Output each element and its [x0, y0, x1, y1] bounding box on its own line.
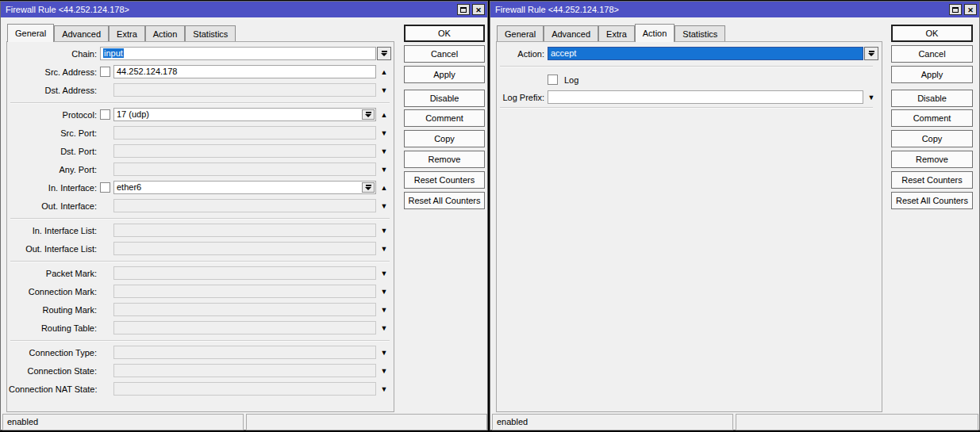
- dst-port-expand-icon[interactable]: [376, 144, 392, 158]
- in-interface-list-label: In. Interface List:: [9, 226, 100, 235]
- connection-nat-state-label: Connection NAT State:: [9, 384, 100, 394]
- reset-all-counters-button[interactable]: Reset All Counters: [891, 192, 973, 209]
- chain-input[interactable]: input: [100, 47, 376, 60]
- close-button[interactable]: [964, 4, 977, 15]
- out-interface-input[interactable]: [113, 199, 376, 212]
- tab-action[interactable]: Action: [145, 25, 186, 41]
- routing-mark-expand-icon[interactable]: [376, 303, 392, 316]
- routing-table-input[interactable]: [113, 321, 376, 335]
- apply-button[interactable]: Apply: [891, 66, 973, 83]
- field-row-in-interface: In. Interface: ether6: [9, 181, 392, 194]
- in-interface-collapse-icon[interactable]: [376, 181, 392, 194]
- action-dropdown-button[interactable]: [864, 47, 878, 60]
- dropdown-icon: [381, 51, 387, 56]
- remove-button[interactable]: Remove: [404, 151, 485, 168]
- comment-button[interactable]: Comment: [891, 109, 973, 127]
- out-interface-expand-icon[interactable]: [376, 199, 392, 212]
- connection-nat-state-expand-icon[interactable]: [376, 382, 392, 396]
- connection-state-label: Connection State:: [9, 366, 100, 376]
- src-address-checkbox[interactable]: [100, 67, 110, 77]
- protocol-checkbox[interactable]: [100, 109, 110, 120]
- tab-extra[interactable]: Extra: [598, 25, 635, 41]
- src-port-label: Src. Port:: [9, 128, 100, 138]
- titlebar[interactable]: Firewall Rule <44.252.124.178>: [1, 2, 487, 17]
- cancel-button[interactable]: Cancel: [404, 45, 485, 63]
- dst-port-label: Dst. Port:: [9, 147, 100, 156]
- dst-address-input[interactable]: [113, 83, 376, 97]
- comment-button[interactable]: Comment: [404, 109, 485, 127]
- maximize-icon: [952, 7, 959, 13]
- connection-nat-state-input[interactable]: [113, 382, 376, 396]
- tab-statistics[interactable]: Statistics: [674, 25, 725, 41]
- ok-button[interactable]: OK: [404, 25, 485, 42]
- action-value: accept: [551, 48, 576, 58]
- remove-button[interactable]: Remove: [891, 151, 973, 168]
- src-port-input[interactable]: [113, 126, 376, 140]
- tab-statistics[interactable]: Statistics: [185, 25, 236, 41]
- disable-button[interactable]: Disable: [891, 90, 973, 107]
- disable-button[interactable]: Disable: [404, 90, 485, 107]
- field-row-routing-table: Routing Table:: [9, 321, 392, 335]
- screenshot-root: { "colors": { "titlebar": "#4d51c4", "se…: [0, 0, 980, 432]
- apply-button[interactable]: Apply: [404, 66, 485, 83]
- dst-address-expand-icon[interactable]: [376, 83, 392, 97]
- tab-general[interactable]: General: [497, 25, 544, 41]
- reset-all-counters-button[interactable]: Reset All Counters: [404, 192, 485, 209]
- any-port-expand-icon[interactable]: [376, 162, 392, 176]
- protocol-value: 17 (udp): [117, 109, 149, 119]
- packet-mark-input[interactable]: [113, 266, 376, 280]
- close-button[interactable]: [472, 4, 485, 15]
- status-bar-state: enabled: [2, 414, 244, 430]
- ok-button[interactable]: OK: [891, 25, 973, 42]
- action-input[interactable]: accept: [548, 47, 863, 60]
- connection-mark-input[interactable]: [113, 285, 376, 298]
- reset-counters-button[interactable]: Reset Counters: [891, 171, 973, 189]
- protocol-collapse-icon[interactable]: [376, 108, 392, 121]
- src-address-collapse-icon[interactable]: [376, 65, 392, 78]
- titlebar[interactable]: Firewall Rule <44.252.124.178>: [490, 2, 979, 17]
- tab-extra[interactable]: Extra: [109, 25, 145, 41]
- log-checkbox[interactable]: [548, 75, 558, 85]
- packet-mark-label: Packet Mark:: [9, 269, 100, 278]
- tab-advanced[interactable]: Advanced: [54, 25, 109, 41]
- field-row-connection-nat-state: Connection NAT State:: [9, 382, 392, 396]
- reset-counters-button[interactable]: Reset Counters: [404, 171, 485, 189]
- connection-mark-expand-icon[interactable]: [376, 285, 392, 298]
- out-interface-list-input[interactable]: [113, 242, 376, 255]
- in-interface-checkbox[interactable]: [100, 182, 110, 193]
- copy-button[interactable]: Copy: [404, 130, 485, 147]
- src-address-input[interactable]: 44.252.124.178: [113, 65, 376, 78]
- connection-state-expand-icon[interactable]: [376, 364, 392, 377]
- close-icon: [967, 5, 974, 14]
- chain-dropdown-button[interactable]: [377, 47, 391, 60]
- protocol-dropdown-button[interactable]: [362, 109, 375, 120]
- in-interface-list-input[interactable]: [113, 224, 376, 237]
- routing-table-label: Routing Table:: [9, 323, 100, 333]
- cancel-button[interactable]: Cancel: [891, 45, 973, 63]
- field-row-routing-mark: Routing Mark:: [9, 303, 392, 316]
- src-port-expand-icon[interactable]: [376, 126, 392, 140]
- any-port-input[interactable]: [113, 162, 376, 176]
- protocol-input[interactable]: 17 (udp): [113, 108, 376, 121]
- dst-port-input[interactable]: [113, 144, 376, 158]
- connection-state-input[interactable]: [113, 364, 376, 377]
- routing-table-expand-icon[interactable]: [376, 321, 392, 335]
- in-interface-input[interactable]: ether6: [113, 181, 376, 194]
- copy-button[interactable]: Copy: [891, 130, 973, 147]
- field-row-protocol: Protocol: 17 (udp): [9, 108, 392, 121]
- tab-general[interactable]: General: [7, 24, 54, 42]
- out-interface-list-expand-icon[interactable]: [376, 242, 392, 255]
- tab-advanced[interactable]: Advanced: [544, 25, 598, 41]
- maximize-button[interactable]: [457, 4, 470, 15]
- maximize-button[interactable]: [949, 4, 962, 15]
- in-interface-list-expand-icon[interactable]: [376, 224, 392, 237]
- tab-action[interactable]: Action: [635, 24, 675, 42]
- connection-type-expand-icon[interactable]: [376, 346, 392, 359]
- field-row-action: Action: accept: [498, 47, 879, 60]
- packet-mark-expand-icon[interactable]: [376, 266, 392, 280]
- in-interface-dropdown-button[interactable]: [362, 182, 375, 193]
- connection-type-input[interactable]: [113, 346, 376, 359]
- log-prefix-input[interactable]: [548, 90, 863, 104]
- log-prefix-dropdown-icon[interactable]: [863, 90, 879, 104]
- routing-mark-input[interactable]: [113, 303, 376, 316]
